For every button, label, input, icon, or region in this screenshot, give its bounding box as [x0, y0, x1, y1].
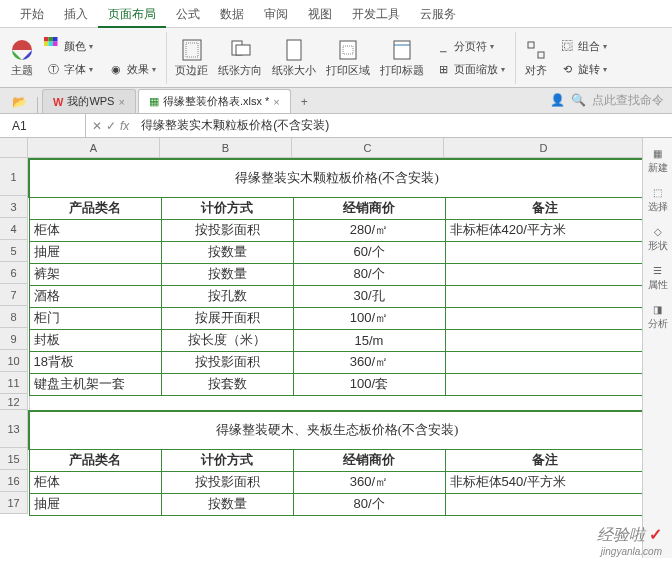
- page-zoom-button[interactable]: ⊞页面缩放▾: [430, 58, 509, 80]
- print-area-button[interactable]: 打印区域: [322, 36, 374, 80]
- cell[interactable]: 柜体: [29, 471, 161, 493]
- group-button[interactable]: ⿴组合▾: [554, 35, 611, 57]
- tab-start[interactable]: 开始: [10, 0, 54, 28]
- th-name[interactable]: 产品类名: [29, 197, 161, 219]
- name-box[interactable]: A1: [6, 114, 86, 138]
- row-header[interactable]: 9: [0, 328, 28, 350]
- cell[interactable]: [445, 329, 645, 351]
- print-titles-button[interactable]: 打印标题: [376, 36, 428, 80]
- table1-title[interactable]: 得缘整装实木颗粒板价格(不含安装): [29, 159, 645, 197]
- row-header[interactable]: 17: [0, 492, 28, 514]
- row-header[interactable]: 1: [0, 158, 28, 196]
- cell[interactable]: 抽屉: [29, 241, 161, 263]
- cell[interactable]: 15/m: [293, 329, 445, 351]
- side-select[interactable]: ⬚选择: [648, 187, 668, 214]
- cell[interactable]: 按投影面积: [161, 351, 293, 373]
- cancel-icon[interactable]: ✕: [92, 119, 102, 133]
- color-button[interactable]: 颜色▾: [40, 35, 160, 57]
- cell[interactable]: 抽屉: [29, 493, 161, 515]
- cell[interactable]: 柜体: [29, 219, 161, 241]
- row-header[interactable]: 11: [0, 372, 28, 394]
- cell[interactable]: [445, 493, 645, 515]
- orientation-button[interactable]: 纸张方向: [214, 36, 266, 80]
- cell[interactable]: 按套数: [161, 373, 293, 395]
- row-header[interactable]: 8: [0, 306, 28, 328]
- side-new[interactable]: ▦新建: [648, 148, 668, 175]
- tab-cloud[interactable]: 云服务: [410, 0, 466, 28]
- row-header[interactable]: 13: [0, 410, 28, 448]
- cell[interactable]: 60/个: [293, 241, 445, 263]
- th-name[interactable]: 产品类名: [29, 449, 161, 471]
- formula-input[interactable]: 得缘整装实木颗粒板价格(不含安装): [135, 114, 672, 138]
- cell[interactable]: 80/个: [293, 263, 445, 285]
- cell[interactable]: 酒格: [29, 285, 161, 307]
- th-method[interactable]: 计价方式: [161, 197, 293, 219]
- th-price[interactable]: 经销商价: [293, 449, 445, 471]
- cell[interactable]: 按长度（米）: [161, 329, 293, 351]
- close-icon[interactable]: ×: [273, 96, 279, 108]
- cell[interactable]: 柜门: [29, 307, 161, 329]
- user-icon[interactable]: 👤: [550, 93, 565, 107]
- margins-button[interactable]: 页边距: [171, 36, 212, 80]
- row-header[interactable]: 7: [0, 284, 28, 306]
- folder-icon[interactable]: 📂: [6, 91, 33, 113]
- cell[interactable]: 按投影面积: [161, 219, 293, 241]
- col-header-b[interactable]: B: [160, 138, 292, 158]
- empty-row[interactable]: [29, 395, 645, 411]
- cell[interactable]: 100/套: [293, 373, 445, 395]
- row-header[interactable]: 5: [0, 240, 28, 262]
- effect-button[interactable]: ◉效果▾: [103, 58, 160, 80]
- th-note[interactable]: 备注: [445, 449, 645, 471]
- side-shape[interactable]: ◇形状: [648, 226, 668, 253]
- row-header[interactable]: 15: [0, 448, 28, 470]
- theme-button[interactable]: 主题: [6, 36, 38, 80]
- cell[interactable]: 封板: [29, 329, 161, 351]
- table2-title[interactable]: 得缘整装硬木、夹板生态板价格(不含安装): [29, 411, 645, 449]
- doc-tab-file[interactable]: ▦得缘整装价格表.xlsx *×: [138, 89, 291, 113]
- tab-formula[interactable]: 公式: [166, 0, 210, 28]
- fx-icon[interactable]: fx: [120, 119, 129, 133]
- cell[interactable]: 按孔数: [161, 285, 293, 307]
- cell[interactable]: [445, 285, 645, 307]
- cell[interactable]: 18背板: [29, 351, 161, 373]
- align-button[interactable]: 对齐: [520, 36, 552, 80]
- doc-tab-wps[interactable]: W我的WPS×: [42, 89, 136, 113]
- row-header[interactable]: 16: [0, 470, 28, 492]
- col-header-d[interactable]: D: [444, 138, 644, 158]
- cell[interactable]: 280/㎡: [293, 219, 445, 241]
- cell[interactable]: 按展开面积: [161, 307, 293, 329]
- side-prop[interactable]: ☰属性: [648, 265, 668, 292]
- tab-page-layout[interactable]: 页面布局: [98, 0, 166, 28]
- cell[interactable]: 360/㎡: [293, 471, 445, 493]
- cell[interactable]: 30/孔: [293, 285, 445, 307]
- select-all-corner[interactable]: [0, 138, 28, 158]
- tab-view[interactable]: 视图: [298, 0, 342, 28]
- row-header[interactable]: 10: [0, 350, 28, 372]
- col-header-a[interactable]: A: [28, 138, 160, 158]
- font-button[interactable]: Ⓣ字体▾: [40, 58, 97, 80]
- cell[interactable]: 按数量: [161, 263, 293, 285]
- tab-insert[interactable]: 插入: [54, 0, 98, 28]
- tab-review[interactable]: 审阅: [254, 0, 298, 28]
- size-button[interactable]: 纸张大小: [268, 36, 320, 80]
- cell[interactable]: 非标柜体540/平方米: [445, 471, 645, 493]
- add-tab-button[interactable]: +: [293, 91, 316, 113]
- cell[interactable]: 裤架: [29, 263, 161, 285]
- row-header[interactable]: 12: [0, 394, 28, 410]
- close-icon[interactable]: ×: [118, 96, 124, 108]
- side-analysis[interactable]: ◨分析: [648, 304, 668, 331]
- tab-dev[interactable]: 开发工具: [342, 0, 410, 28]
- col-header-c[interactable]: C: [292, 138, 444, 158]
- th-method[interactable]: 计价方式: [161, 449, 293, 471]
- cell[interactable]: [445, 241, 645, 263]
- row-header[interactable]: 6: [0, 262, 28, 284]
- tab-data[interactable]: 数据: [210, 0, 254, 28]
- page-break-button[interactable]: ⎯分页符▾: [430, 35, 509, 57]
- cell[interactable]: 非标柜体420/平方米: [445, 219, 645, 241]
- confirm-icon[interactable]: ✓: [106, 119, 116, 133]
- th-price[interactable]: 经销商价: [293, 197, 445, 219]
- cell[interactable]: 100/㎡: [293, 307, 445, 329]
- cell[interactable]: 按数量: [161, 493, 293, 515]
- cell[interactable]: 80/个: [293, 493, 445, 515]
- th-note[interactable]: 备注: [445, 197, 645, 219]
